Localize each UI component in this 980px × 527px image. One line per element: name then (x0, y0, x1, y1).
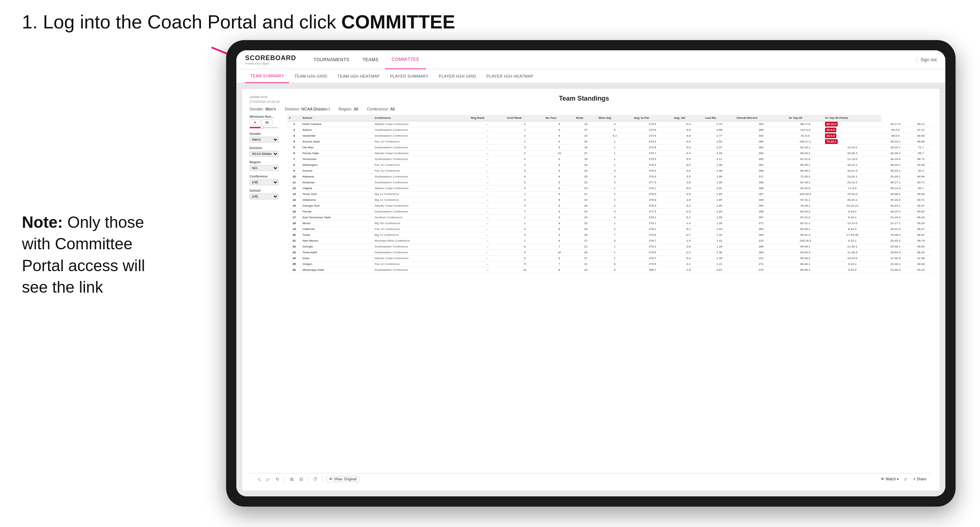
eye-icon: 👁 (329, 477, 332, 481)
data-cell: 40-19-0 (881, 156, 910, 162)
rank-cell: 25 (287, 261, 301, 267)
data-cell: -2.8 (673, 197, 703, 203)
tab-player-h2h-grid[interactable]: PLAYER H2H GRID (434, 69, 481, 83)
main-content: Update time: 27/03/2024 16:56:26 Team St… (236, 83, 945, 496)
slider-thumb[interactable] (261, 126, 263, 129)
points-cell: 17-33-38 (824, 232, 881, 238)
data-cell: – (469, 156, 506, 162)
data-cell: 86-25-1 (787, 162, 823, 168)
data-cell: 86.64 (910, 133, 932, 139)
data-cell: 13-30-0 (881, 267, 910, 273)
data-cell: 5 (506, 174, 544, 180)
data-cell: 1 (506, 221, 544, 226)
school-select[interactable]: (All) (250, 194, 278, 199)
data-cell: 1 (506, 215, 544, 221)
toolbar-forward-icon[interactable]: ▷ (265, 476, 271, 483)
conference-cell: Mountain West Conference (373, 238, 469, 244)
min-rou-input1[interactable] (250, 119, 261, 125)
toolbar-clock-icon[interactable]: ⏱ (312, 476, 319, 483)
points-cell: 11-19-0 (824, 156, 881, 162)
rank-cell: 8 (287, 162, 301, 168)
data-cell: 276.9 (632, 174, 673, 180)
conference-cell: Atlantic Coast Conference (373, 256, 469, 261)
data-cell: 266 (735, 244, 787, 250)
data-cell: 29-39-1 (881, 244, 910, 250)
data-cell: 66.16 (910, 215, 932, 221)
conference-select[interactable]: (All) (250, 179, 278, 185)
tab-team-h2h-grid[interactable]: TEAM H2H GRID (289, 69, 332, 83)
data-cell: 27 (574, 127, 597, 133)
rank-cell: 10 (287, 174, 301, 180)
rank-cell: 19 (287, 226, 301, 232)
watch-button[interactable]: 👁 Watch ▾ (881, 477, 899, 481)
data-cell: -5.1 (673, 215, 703, 221)
data-cell: 96-29-2 (787, 151, 823, 156)
tab-player-summary[interactable]: PLAYER SUMMARY (385, 69, 434, 83)
school-cell: Duke (301, 256, 373, 261)
data-cell: 63-17-0 (881, 121, 910, 127)
data-cell: 2 (506, 133, 544, 139)
data-cell: 279.9 (632, 250, 673, 256)
data-cell: 276.9 (632, 191, 673, 197)
data-cell: 66.91 (910, 232, 932, 238)
nav-committee[interactable]: COMMITTEE (385, 50, 426, 69)
view-original-label: View: Original (334, 477, 357, 481)
data-cell: 91-6-0 (787, 133, 823, 139)
gender-select[interactable]: Men's (250, 137, 278, 143)
tab-team-h2h-heatmap[interactable]: TEAM H2H HEATMAP (332, 69, 385, 83)
tab-team-summary[interactable]: TEAM SUMMARY (245, 69, 289, 83)
tablet-device: SCOREBOARD Powered by clippd TOURNAMENTS… (226, 40, 956, 506)
conference-cell: Southeastern Conference (373, 156, 469, 162)
share-button[interactable]: ↗ Share (913, 477, 926, 481)
data-cell: 8 (544, 186, 575, 191)
sign-out-button[interactable]: Sign out (916, 57, 937, 62)
data-cell: 42.98 (910, 256, 932, 261)
tab-player-h2h-heatmap[interactable]: PLAYER H2H HEATMAP (481, 69, 538, 83)
data-cell: 66-40-1 (787, 261, 823, 267)
conference-cell: Southeastern Conference (373, 244, 469, 250)
toolbar-refresh-icon[interactable]: ↻ (274, 476, 281, 483)
data-cell: 59-39-1 (787, 244, 823, 250)
data-cell: 276.3 (632, 162, 673, 168)
data-cell: -0.4 (673, 256, 703, 261)
toolbar-back-icon[interactable]: ◁ (255, 476, 262, 483)
table-row: 17East Tennessee StateSouthern Conferenc… (287, 215, 932, 221)
data-cell: 262 (735, 121, 787, 127)
conference-cell: Southeastern Conference (373, 127, 469, 133)
region-select[interactable]: N/A (250, 165, 278, 171)
division-select[interactable]: NCAA Division I (250, 151, 278, 157)
sub-nav: TEAM SUMMARY TEAM H2H GRID TEAM H2H HEAT… (236, 69, 945, 83)
data-cell: 1 (506, 191, 544, 197)
data-cell: 265 (735, 203, 787, 209)
nav-teams[interactable]: TEAMS (356, 50, 385, 69)
min-rou-input2[interactable] (261, 119, 272, 125)
school-cell: Georgia Tech (301, 203, 373, 209)
data-cell: – (469, 151, 506, 156)
data-cell: 1 (506, 238, 544, 244)
data-cell: 267 (735, 191, 787, 197)
data-cell: 1 (597, 162, 632, 168)
data-cell: 8 (544, 197, 575, 203)
col-conf-rank: Conf Rank (506, 115, 544, 121)
division-label: Division: (285, 107, 300, 111)
data-cell: 6 (544, 174, 575, 180)
toolbar-grid-icon[interactable]: ⊟ (298, 476, 305, 483)
points-cell: 48-4-0 (824, 133, 881, 139)
data-cell: 1 (597, 250, 632, 256)
data-cell: 2.70 (703, 121, 735, 127)
rank-cell: 16 (287, 209, 301, 215)
data-cell: 0 (597, 267, 632, 273)
school-cell: Florida (301, 209, 373, 215)
toolbar-expand-icon[interactable]: ⤢ (902, 476, 909, 483)
table-row: 12VirginiaAtlantic Coast Conference–3824… (287, 186, 932, 191)
toolbar-add-icon[interactable]: ⊞ (288, 476, 295, 483)
data-cell: 58.54 (910, 244, 932, 250)
view-original-btn[interactable]: 👁 View: Original (326, 476, 359, 482)
nav-tournaments[interactable]: TOURNAMENTS (307, 50, 356, 69)
data-cell: 56.79 (910, 238, 932, 244)
school-cell: Mississippi State (301, 267, 373, 273)
data-cell: 40-38-2 (881, 191, 910, 197)
table-row: 14OklahomaBig 12 Conference–28242276.9-2… (287, 197, 932, 203)
conference-cell: Southeastern Conference (373, 133, 469, 139)
slider-track[interactable] (250, 127, 278, 128)
